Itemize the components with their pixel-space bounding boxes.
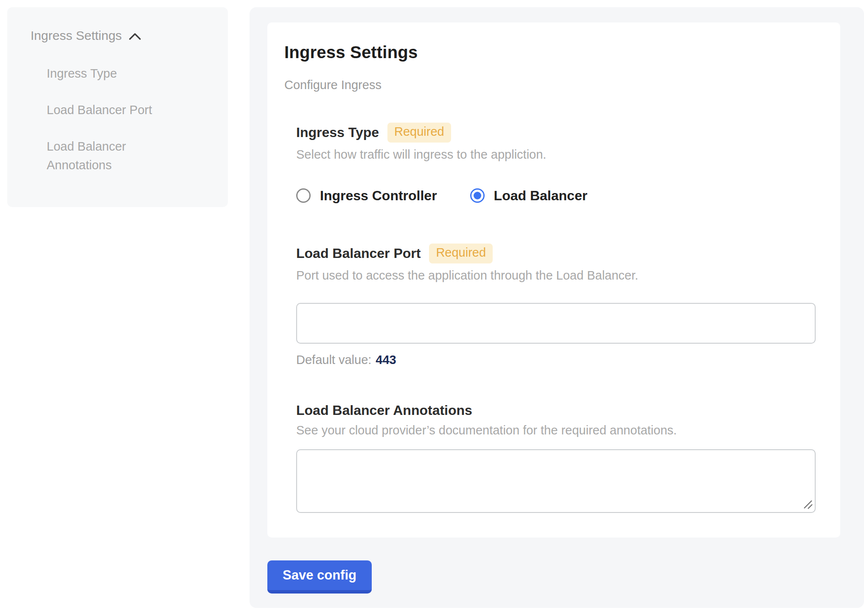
default-value: 443 <box>376 353 396 367</box>
load-balancer-port-label: Load Balancer Port <box>296 246 421 261</box>
load-balancer-annotations-description: See your cloud provider’s documentation … <box>296 423 823 437</box>
sidebar-item-load-balancer-port[interactable]: Load Balancer Port <box>47 101 178 119</box>
ingress-type-label: Ingress Type <box>296 125 379 140</box>
radio-selected-icon[interactable] <box>470 188 485 203</box>
load-balancer-annotations-textarea[interactable] <box>296 449 816 513</box>
resize-handle-icon[interactable] <box>802 499 813 509</box>
ingress-type-radio-group: Ingress Controller Load Balancer <box>296 188 823 204</box>
sidebar-item-load-balancer-annotations[interactable]: Load Balancer Annotations <box>47 137 178 174</box>
required-badge: Required <box>429 244 493 263</box>
load-balancer-port-description: Port used to access the application thro… <box>296 269 823 283</box>
ingress-settings-card: Ingress Settings Configure Ingress Ingre… <box>267 22 840 538</box>
sidebar-section-label: Ingress Settings <box>31 28 122 43</box>
default-value-label: Default value: <box>296 353 371 367</box>
radio-option-load-balancer[interactable]: Load Balancer <box>470 188 588 204</box>
save-config-button[interactable]: Save config <box>267 560 372 594</box>
default-value-row: Default value:443 <box>296 353 823 367</box>
sidebar-section-ingress-settings[interactable]: Ingress Settings <box>31 28 215 43</box>
radio-unselected-icon[interactable] <box>296 188 311 203</box>
load-balancer-annotations-label: Load Balancer Annotations <box>296 403 472 418</box>
field-load-balancer-annotations: Load Balancer Annotations See your cloud… <box>296 403 823 513</box>
field-load-balancer-port: Load Balancer Port Required Port used to… <box>296 244 823 367</box>
sidebar-item-list: Ingress Type Load Balancer Port Load Bal… <box>31 64 215 174</box>
page-title: Ingress Settings <box>284 43 823 62</box>
sidebar-item-ingress-type[interactable]: Ingress Type <box>47 64 178 83</box>
ingress-type-description: Select how traffic will ingress to the a… <box>296 148 823 162</box>
annotations-textarea-wrap <box>296 449 816 513</box>
load-balancer-port-input[interactable] <box>296 303 816 344</box>
settings-sidebar: Ingress Settings Ingress Type Load Balan… <box>7 7 228 207</box>
radio-option-label: Load Balancer <box>494 188 588 204</box>
radio-option-label: Ingress Controller <box>320 188 437 204</box>
field-ingress-type: Ingress Type Required Select how traffic… <box>296 123 823 204</box>
required-badge: Required <box>387 123 451 143</box>
page-subtitle: Configure Ingress <box>284 78 823 92</box>
chevron-up-icon[interactable] <box>129 33 141 40</box>
radio-option-ingress-controller[interactable]: Ingress Controller <box>296 188 437 204</box>
main-panel: Ingress Settings Configure Ingress Ingre… <box>250 7 864 608</box>
